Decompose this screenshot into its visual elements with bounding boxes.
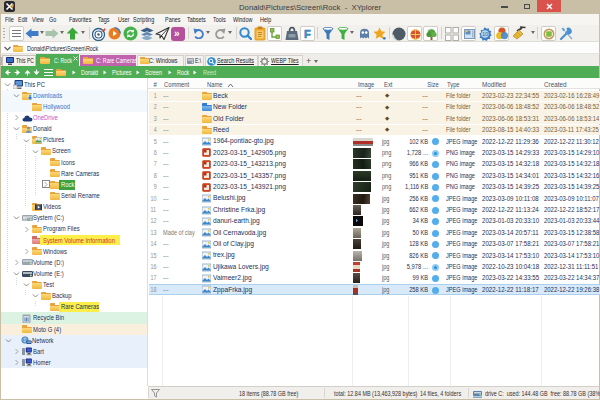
- svg-text:10: 10: [482, 31, 488, 37]
